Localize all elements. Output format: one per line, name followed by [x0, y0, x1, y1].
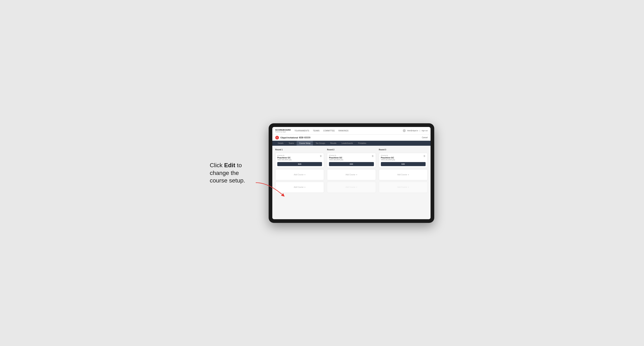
round-2-delete-icon[interactable]: 🗑 — [371, 155, 374, 158]
round-3-add-icon-2: + — [408, 186, 409, 188]
user-email: blair@clippd.io — [407, 130, 418, 132]
round-3-add-course-2-label: Add Course — [397, 186, 407, 188]
brand-sub: Powered by clippd — [275, 131, 291, 133]
round-2-add-course-1[interactable]: Add Course + — [327, 169, 376, 180]
rounds-grid: Round 1 (Course A) Peachtree GC Yellow (… — [275, 149, 428, 193]
tournament-name: Clippd Invitational — [280, 137, 298, 139]
round-3-course-name: Peachtree GC — [381, 157, 426, 159]
tab-course-setup[interactable]: Course Setup — [296, 141, 313, 146]
round-1-course-label: (Course A) — [277, 155, 322, 156]
tab-teams[interactable]: Teams — [286, 141, 296, 146]
divider: | — [420, 130, 420, 132]
nav-right: blair@clippd.io | Sign out — [403, 129, 428, 132]
round-1-add-course-1-label: Add Course — [294, 174, 304, 176]
logo-letter: C — [276, 137, 278, 139]
hosting-badge: Hosting — [304, 137, 310, 138]
round-3-add-course-1[interactable]: Add Course + — [379, 169, 428, 180]
tab-tee-groups[interactable]: Tee Groups — [313, 141, 328, 146]
round-1-add-course-2-label: Add Course — [294, 186, 304, 188]
nav-teams[interactable]: TEAMS — [313, 129, 320, 133]
instruction-text-before: Click — [210, 162, 224, 169]
round-3-course-label: (Course A) — [381, 155, 426, 156]
round-1-edit-button[interactable]: Edit — [277, 162, 322, 166]
round-3-edit-button[interactable]: Edit — [381, 162, 426, 166]
round-2-course-card: (Course A) Peachtree GC Yellow (M) (6629… — [327, 153, 376, 168]
round-1-course-name: Peachtree GC — [277, 157, 322, 159]
nav-tournaments[interactable]: TOURNAMENTS — [294, 129, 309, 133]
page-wrapper: Click Edit tochange thecourse setup. SCO… — [193, 123, 451, 223]
round-1-delete-icon[interactable]: 🗑 — [320, 155, 322, 158]
round-3-course-card: (Course A) Peachtree GC Yellow (M) (6629… — [379, 153, 428, 168]
sign-out-link[interactable]: Sign out — [422, 130, 428, 132]
main-content: Round 1 (Course A) Peachtree GC Yellow (… — [272, 146, 430, 219]
round-2-add-course-2-label: Add Course — [346, 186, 355, 188]
round-2-course-name: Peachtree GC — [329, 157, 374, 159]
sub-header: C Clippd Invitational Men Hosting Cancel — [272, 135, 430, 141]
round-3-add-course-2: Add Course + — [379, 182, 428, 193]
round-2-title: Round 2 — [327, 149, 376, 151]
round-2-course-details: Yellow (M) (6629 yds) — [329, 159, 374, 161]
round-1-add-course-1[interactable]: Add Course + — [275, 169, 324, 180]
round-2-add-icon-1: + — [356, 173, 357, 176]
round-1-course-card: (Course A) Peachtree GC Yellow (M) (6629… — [275, 153, 324, 168]
round-3-add-icon-1: + — [408, 173, 409, 176]
round-1-add-icon-1: + — [304, 173, 306, 176]
tab-details[interactable]: Details — [275, 141, 286, 146]
round-3-title: Round 3 — [379, 149, 428, 151]
round-1-title: Round 1 — [275, 149, 324, 151]
round-1-add-icon-2: + — [304, 186, 306, 188]
round-2-edit-button[interactable]: Edit — [329, 162, 374, 166]
instruction-panel: Click Edit tochange thecourse setup. — [210, 162, 269, 184]
tournament-badge: Men — [299, 137, 304, 138]
tab-bar: Details Teams Course Setup Tee Groups Re… — [272, 141, 430, 146]
round-3-delete-icon[interactable]: 🗑 — [423, 155, 426, 158]
tablet-frame: SCOREBOARD Powered by clippd TOURNAMENTS… — [269, 123, 434, 223]
round-3-add-course-1-label: Add Course — [397, 174, 407, 176]
cancel-button[interactable]: Cancel — [422, 137, 428, 139]
tab-results[interactable]: Results — [328, 141, 339, 146]
round-2-column: Round 2 (Course A) Peachtree GC Yellow (… — [327, 149, 376, 193]
round-3-course-details: Yellow (M) (6629 yds) — [381, 159, 426, 161]
round-2-add-course-1-label: Add Course — [346, 174, 355, 176]
arrow-icon — [254, 181, 287, 199]
round-2-add-course-2: Add Course + — [327, 182, 376, 193]
nav-committee[interactable]: COMMITTEE — [323, 129, 335, 133]
nav-rankings[interactable]: RANKINGS — [338, 129, 348, 133]
brand: SCOREBOARD Powered by clippd — [275, 129, 291, 133]
round-2-add-icon-2: + — [356, 186, 357, 188]
nav-links: TOURNAMENTS TEAMS COMMITTEE RANKINGS — [294, 129, 403, 133]
tab-leaderboards[interactable]: Leaderboards — [339, 141, 356, 146]
top-nav: SCOREBOARD Powered by clippd TOURNAMENTS… — [272, 127, 430, 135]
round-3-column: Round 3 (Course A) Peachtree GC Yellow (… — [379, 149, 428, 193]
tab-printables[interactable]: Printables — [356, 141, 369, 146]
instruction-bold: Edit — [224, 162, 235, 169]
round-2-course-label: (Course A) — [329, 155, 374, 156]
tournament-logo: C — [275, 136, 279, 140]
round-1-course-details: Yellow (M) (6629 yds) — [277, 159, 322, 161]
user-avatar — [403, 129, 406, 132]
brand-title: SCOREBOARD — [275, 129, 291, 131]
tablet-screen: SCOREBOARD Powered by clippd TOURNAMENTS… — [272, 127, 430, 219]
